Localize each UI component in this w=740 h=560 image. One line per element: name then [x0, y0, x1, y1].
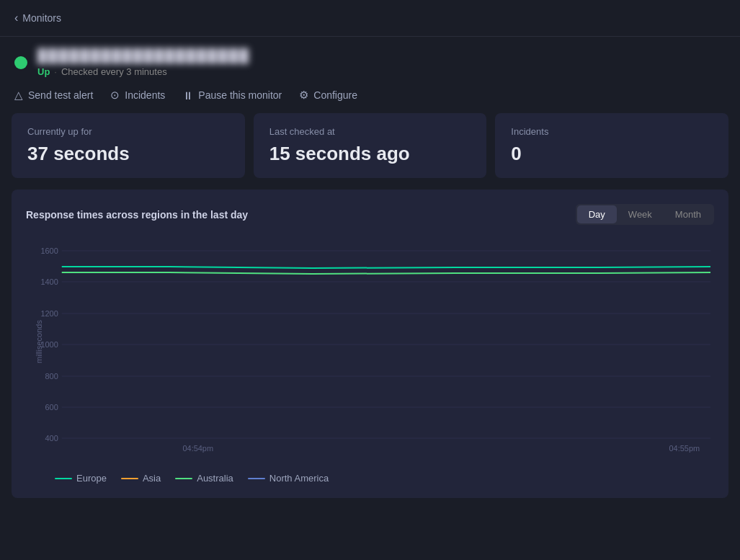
legend-australia: Australia: [175, 473, 233, 484]
send-test-alert-button[interactable]: △ Send test alert: [14, 89, 93, 102]
north-america-line-icon: [248, 478, 265, 479]
alert-icon: △: [14, 89, 23, 102]
svg-text:400: 400: [45, 434, 58, 443]
toggle-month-button[interactable]: Month: [664, 205, 713, 223]
australia-line-icon: [175, 478, 192, 479]
configure-label: Configure: [313, 89, 357, 101]
australia-label: Australia: [197, 473, 233, 484]
last-checked-label: Last checked at: [269, 126, 471, 137]
back-label: Monitors: [22, 12, 61, 24]
action-bar: △ Send test alert ⊙ Incidents ⏸ Pause th…: [0, 77, 740, 113]
gear-icon: ⚙: [299, 89, 308, 102]
incidents-label: Incidents: [125, 89, 165, 101]
incidents-icon: ⊙: [110, 89, 120, 102]
back-arrow-icon: ‹: [14, 12, 18, 25]
incidents-stat-value: 0: [511, 143, 713, 165]
svg-text:1400: 1400: [40, 277, 58, 286]
pause-monitor-button[interactable]: ⏸ Pause this monitor: [182, 89, 282, 102]
legend-europe: Europe: [55, 473, 107, 484]
europe-line-icon: [55, 478, 72, 479]
asia-line-icon: [121, 478, 138, 479]
pause-icon: ⏸: [182, 89, 193, 102]
svg-text:04:55pm: 04:55pm: [669, 444, 700, 453]
configure-button[interactable]: ⚙ Configure: [299, 89, 357, 102]
legend-north-america: North America: [248, 473, 329, 484]
last-checked-value: 15 seconds ago: [269, 143, 471, 165]
chart-area: milliseconds 1600 1400 1200 1000 800 600: [26, 236, 714, 467]
north-america-label: North America: [269, 473, 329, 484]
svg-text:800: 800: [45, 372, 58, 381]
monitor-info: ████████████████████ Up · Checked every …: [37, 48, 250, 77]
svg-text:04:54pm: 04:54pm: [182, 444, 213, 453]
europe-label: Europe: [76, 473, 107, 484]
stat-card-last-checked: Last checked at 15 seconds ago: [254, 113, 487, 178]
monitor-header: ████████████████████ Up · Checked every …: [0, 37, 740, 77]
asia-label: Asia: [143, 473, 161, 484]
svg-text:1000: 1000: [40, 340, 58, 349]
chart-svg: 1600 1400 1200 1000 800 600 400 04:5: [26, 236, 714, 453]
send-test-alert-label: Send test alert: [28, 89, 93, 101]
stat-card-incidents: Incidents 0: [495, 113, 728, 178]
svg-text:1600: 1600: [40, 246, 58, 255]
chart-legend: Europe Asia Australia North America: [26, 473, 714, 484]
status-indicator: [14, 56, 27, 69]
monitor-url: ████████████████████: [37, 48, 250, 63]
status-up-label: Up: [37, 66, 50, 77]
chart-header: Response times across regions in the las…: [26, 204, 714, 225]
pause-monitor-label: Pause this monitor: [198, 89, 282, 101]
uptime-value: 37 seconds: [27, 143, 229, 165]
stat-card-uptime: Currently up for 37 seconds: [12, 113, 245, 178]
monitor-meta: Up · Checked every 3 minutes: [37, 66, 250, 77]
back-link[interactable]: ‹ Monitors: [14, 12, 61, 25]
stats-row: Currently up for 37 seconds Last checked…: [0, 113, 740, 190]
time-toggle: Day Week Month: [576, 204, 714, 225]
check-frequency: Checked every 3 minutes: [61, 66, 167, 77]
uptime-label: Currently up for: [27, 126, 229, 137]
incidents-stat-label: Incidents: [511, 126, 713, 137]
svg-text:600: 600: [45, 403, 58, 412]
y-axis-label: milliseconds: [35, 320, 43, 363]
incidents-button[interactable]: ⊙ Incidents: [110, 89, 165, 102]
toggle-day-button[interactable]: Day: [577, 205, 617, 223]
svg-text:1200: 1200: [40, 309, 58, 318]
toggle-week-button[interactable]: Week: [617, 205, 664, 223]
legend-asia: Asia: [121, 473, 161, 484]
meta-separator: ·: [54, 66, 57, 77]
chart-section: Response times across regions in the las…: [12, 190, 728, 498]
top-nav: ‹ Monitors: [0, 0, 740, 37]
chart-title: Response times across regions in the las…: [26, 209, 248, 221]
